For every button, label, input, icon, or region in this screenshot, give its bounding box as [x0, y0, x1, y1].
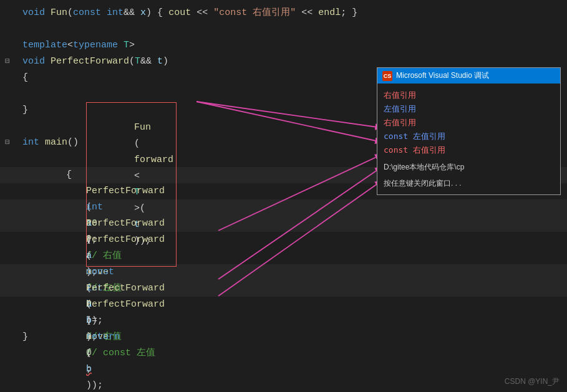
fold-18 — [15, 280, 22, 297]
kw-void: void — [22, 5, 51, 21]
fold-7 — [15, 102, 22, 118]
fold-20 — [15, 313, 22, 329]
fold-1 — [15, 5, 22, 21]
popup-title-text: Microsoft Visual Studio 调试 — [396, 70, 489, 81]
fold-21 — [15, 329, 22, 345]
popup-title-bar: CS Microsoft Visual Studio 调试 — [377, 68, 560, 84]
output-line-2: 左值引用 — [384, 102, 554, 116]
fold-6 — [15, 86, 22, 102]
fold-12 — [15, 183, 22, 199]
output-line-4: const 左值引用 — [384, 130, 554, 143]
code-editor: void Fun ( const int && x ) { cout << "c… — [0, 0, 567, 392]
code-line-17: PerfectForward ( b ); // const 左值 — [0, 264, 567, 280]
fold-4 — [15, 54, 22, 70]
output-line-3: 右值引用 — [384, 116, 554, 130]
fold-16 — [15, 248, 22, 264]
output-line-1: 右值引用 — [384, 88, 554, 102]
gutter-4: ⊟ — [5, 54, 15, 70]
watermark: CSDN @YIN_尹 — [505, 376, 560, 387]
fold-11 — [15, 167, 22, 183]
popup-path: D:\gitee本地代码仓库\cp — [384, 161, 554, 173]
fold-13 — [15, 199, 22, 216]
code-line-16: const int b = 8 ; — [0, 248, 567, 264]
popup-hint: 按任意键关闭此窗口. . . — [384, 177, 554, 189]
fold-5 — [15, 70, 22, 86]
vs-popup-dialog: CS Microsoft Visual Studio 调试 右值引用 左值引用 … — [377, 67, 561, 195]
popup-body: 右值引用 左值引用 右值引用 const 左值引用 const 右值引用 D:\… — [377, 84, 560, 194]
code-line-3: template < typename T > — [0, 37, 567, 54]
code-line-20: return 0 ; — [0, 313, 567, 329]
code-line-13: PerfectForward ( a ); // 左值 — [0, 199, 567, 216]
popup-icon: CS — [382, 71, 392, 81]
fold-14 — [15, 216, 22, 232]
code-line-1: void Fun ( const int && x ) { cout << "c… — [0, 5, 567, 21]
output-line-5: const 右值引用 — [384, 143, 554, 157]
fold-3 — [15, 37, 22, 54]
code-line-14: PerfectForward ( move ( a )); // 右值 — [0, 216, 567, 232]
fold-10 — [15, 151, 22, 167]
empty-line-2 — [0, 21, 567, 37]
fn-fun: Fun — [51, 5, 67, 21]
code-line-18: PerfectForward ( move ( b )); // const 右… — [0, 280, 567, 297]
gutter-9: ⊟ — [5, 135, 15, 151]
fold-17 — [15, 264, 22, 280]
fold-9 — [15, 135, 22, 151]
